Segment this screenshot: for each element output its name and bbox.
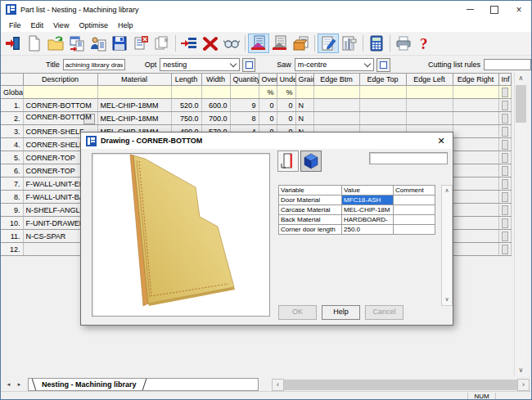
- width-cell[interactable]: [201, 86, 230, 99]
- saw-combo[interactable]: m-centre: [295, 58, 375, 71]
- delete-rows-icon[interactable]: [200, 34, 221, 53]
- under-cell[interactable]: %: [277, 86, 295, 99]
- opt-combo[interactable]: nesting: [160, 58, 240, 71]
- quantity-cell[interactable]: 8: [230, 112, 259, 125]
- edge-right-cell[interactable]: [453, 125, 498, 138]
- edge-right-cell[interactable]: [453, 178, 498, 191]
- row-number-cell[interactable]: 2.: [1, 112, 23, 125]
- row-number-cell[interactable]: 1.: [1, 99, 23, 112]
- title-input[interactable]: [63, 59, 125, 70]
- cancel-button[interactable]: Cancel: [365, 305, 404, 320]
- grain-cell[interactable]: N: [295, 112, 313, 125]
- width-cell[interactable]: 700.0: [201, 112, 230, 125]
- info-button[interactable]: [502, 127, 508, 137]
- info-button[interactable]: [502, 192, 508, 202]
- variable-name-cell[interactable]: Carcase Material: [279, 205, 342, 215]
- over-cell[interactable]: %: [259, 86, 277, 99]
- info-button[interactable]: [502, 114, 508, 124]
- edge-btm-cell[interactable]: [313, 112, 359, 125]
- variable-comment-cell[interactable]: [394, 196, 435, 205]
- panel-view-button[interactable]: [277, 151, 299, 172]
- scroll-down-icon[interactable]: ∨: [515, 365, 527, 376]
- delete-part-list-icon[interactable]: [130, 34, 151, 53]
- menu-file[interactable]: File: [4, 20, 26, 31]
- exit-icon[interactable]: [2, 34, 24, 53]
- quantity-cell[interactable]: [230, 86, 259, 99]
- under-cell[interactable]: 0: [277, 112, 295, 125]
- info-button[interactable]: [502, 218, 508, 228]
- find-icon[interactable]: [221, 34, 242, 53]
- row-number-cell[interactable]: 8.: [1, 191, 23, 204]
- optimise-saw-icon[interactable]: [248, 34, 269, 53]
- length-cell[interactable]: 520.0: [171, 99, 201, 112]
- row-number-cell[interactable]: 3.: [1, 125, 23, 138]
- row-number-cell[interactable]: 9.: [1, 204, 23, 217]
- material-cell[interactable]: MEL-CHIP-18MM: [97, 112, 171, 125]
- menu-optimise[interactable]: Optimise: [74, 20, 113, 31]
- tab-scroll-right-icon[interactable]: ►: [14, 380, 25, 390]
- vertical-scrollbar[interactable]: ∧ ∨: [514, 73, 527, 376]
- help-button[interactable]: Help: [322, 305, 360, 320]
- edge-right-cell[interactable]: [453, 86, 498, 99]
- board-stock-icon[interactable]: [291, 34, 312, 53]
- variable-name-cell[interactable]: Back Material: [279, 215, 342, 225]
- dialog-close-button[interactable]: ✕: [430, 133, 453, 149]
- material-cell[interactable]: MEL-CHIP-18MM: [97, 99, 171, 112]
- minimize-button[interactable]: [458, 1, 482, 18]
- info-button[interactable]: [502, 153, 508, 163]
- edge-right-cell[interactable]: [453, 164, 498, 178]
- edit-optimisation-icon[interactable]: [269, 34, 291, 53]
- edge-right-cell[interactable]: [453, 99, 498, 112]
- description-cell[interactable]: CORNER-BOTTOM: [23, 112, 97, 125]
- edge-left-cell[interactable]: [406, 86, 453, 99]
- edge-right-cell[interactable]: [453, 151, 498, 164]
- horizontal-scrollbar[interactable]: ‹ ›: [272, 379, 530, 390]
- row-number-cell[interactable]: Global: [1, 86, 23, 99]
- variable-value-cell[interactable]: 250.0: [342, 225, 394, 235]
- tab-nesting-machining-library[interactable]: Nesting - Machining library: [32, 379, 147, 390]
- close-button[interactable]: ×: [507, 1, 531, 18]
- menu-view[interactable]: View: [48, 20, 74, 31]
- edge-top-cell[interactable]: [359, 86, 406, 99]
- row-number-cell[interactable]: 5.: [1, 151, 23, 164]
- save-icon[interactable]: [109, 34, 130, 53]
- edge-right-cell[interactable]: [453, 191, 498, 204]
- tab-scroll-left-icon[interactable]: ◄: [3, 380, 14, 390]
- edge-top-cell[interactable]: [359, 112, 406, 125]
- row-number-cell[interactable]: 10.: [1, 217, 23, 230]
- edge-btm-cell[interactable]: [313, 99, 359, 112]
- saw-browse-button[interactable]: [376, 58, 390, 72]
- over-cell[interactable]: 0: [259, 112, 277, 125]
- edge-right-cell[interactable]: [453, 217, 498, 230]
- edge-top-cell[interactable]: [359, 99, 406, 112]
- variable-name-cell[interactable]: Corner door length: [279, 225, 342, 235]
- row-number-cell[interactable]: 7.: [1, 178, 23, 191]
- edge-right-cell[interactable]: [453, 138, 498, 151]
- row-number-cell[interactable]: 4.: [1, 138, 23, 151]
- edge-right-cell[interactable]: [453, 112, 498, 125]
- edit-drawing-icon[interactable]: [318, 34, 339, 53]
- calculator-icon[interactable]: [366, 34, 387, 53]
- info-button[interactable]: [502, 166, 508, 176]
- open-icon[interactable]: [45, 34, 66, 53]
- width-cell[interactable]: 600.0: [201, 99, 230, 112]
- description-cell[interactable]: CORNER-BOTTOM: [23, 99, 97, 112]
- edge-btm-cell[interactable]: [313, 86, 359, 99]
- scrollbar-thumb[interactable]: [516, 85, 526, 123]
- edge-right-cell[interactable]: [453, 230, 498, 243]
- menu-edit[interactable]: Edit: [26, 20, 49, 31]
- info-button[interactable]: [502, 101, 508, 110]
- info-button[interactable]: [502, 231, 508, 241]
- edge-right-cell[interactable]: [453, 204, 498, 217]
- edge-right-cell[interactable]: [453, 243, 498, 256]
- variable-comment-cell[interactable]: [394, 215, 435, 225]
- variable-value-cell[interactable]: MFC18-ASH: [342, 196, 394, 205]
- material-cell[interactable]: [97, 86, 171, 99]
- scroll-right-icon[interactable]: ›: [517, 379, 530, 391]
- info-button[interactable]: [502, 245, 508, 254]
- length-cell[interactable]: 750.0: [171, 112, 201, 125]
- scroll-up-icon[interactable]: ∧: [515, 73, 527, 84]
- info-button[interactable]: [502, 88, 508, 97]
- scroll-left-icon[interactable]: ‹: [272, 379, 284, 391]
- grain-cell[interactable]: N: [295, 99, 313, 112]
